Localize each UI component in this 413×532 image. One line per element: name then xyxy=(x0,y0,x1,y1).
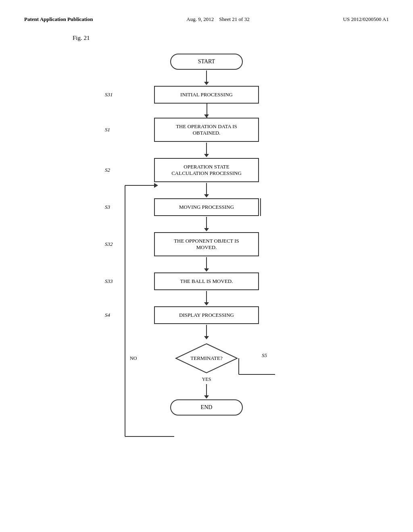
s4-label: S4 xyxy=(105,312,110,318)
s3-label: S3 xyxy=(105,204,110,210)
header-patent-number: US 2012/0200500 A1 xyxy=(343,16,389,23)
arrow-s33-to-s4 xyxy=(204,290,209,306)
arrow-s32-to-s33 xyxy=(204,256,209,272)
no-label: NO xyxy=(130,355,137,362)
s1-row: S1 THE OPERATION DATA IS OBTAINED. xyxy=(24,118,389,142)
figure-label: Fig. 21 xyxy=(73,35,389,42)
yes-path: YES xyxy=(202,376,211,399)
s33-row: S33 THE BALL IS MOVED. xyxy=(24,272,389,290)
start-node: START xyxy=(170,54,243,70)
arrow-s5-yes-to-end xyxy=(204,383,209,399)
s5-label: S5 xyxy=(262,352,267,359)
s1-label: S1 xyxy=(105,127,110,133)
s33-box: THE BALL IS MOVED. xyxy=(154,272,259,290)
s31-label: S31 xyxy=(105,91,113,98)
s3-row: S3 MOVING PROCESSING xyxy=(24,198,389,216)
arrow-s1-to-s2 xyxy=(204,142,209,158)
arrow-s2-to-s3 xyxy=(204,182,209,198)
start-node-row: START xyxy=(24,54,389,70)
header-publication: Patent Application Publication xyxy=(24,16,93,23)
arrow-start-to-s31 xyxy=(204,70,209,86)
s32-label: S32 xyxy=(105,241,113,247)
end-node: END xyxy=(170,399,243,416)
arrow-s3-to-s32 xyxy=(204,216,209,232)
s1-box: THE OPERATION DATA IS OBTAINED. xyxy=(154,118,259,142)
s5-diamond-area: S5 NO TERMINATE? xyxy=(106,340,307,376)
page-header: Patent Application Publication Aug. 9, 2… xyxy=(24,16,389,23)
page: Patent Application Publication Aug. 9, 2… xyxy=(0,0,413,532)
header-sheet: Sheet 21 of 32 xyxy=(219,16,249,22)
s32-box: THE OPPONENT OBJECT IS MOVED. xyxy=(154,232,259,256)
header-date-sheet: Aug. 9, 2012 Sheet 21 of 32 xyxy=(186,16,249,23)
yes-label: YES xyxy=(202,376,211,382)
arrow-s4-to-s5 xyxy=(204,324,209,340)
s33-label: S33 xyxy=(105,278,113,285)
s2-row: S2 OPERATION STATE CALCULATION PROCESSIN… xyxy=(24,158,389,182)
s31-box: INITIAL PROCESSING xyxy=(154,86,259,104)
arrow-s31-to-s1 xyxy=(154,104,259,118)
s32-row: S32 THE OPPONENT OBJECT IS MOVED. xyxy=(24,232,389,256)
s2-box: OPERATION STATE CALCULATION PROCESSING xyxy=(154,158,259,182)
s31-row: S31 INITIAL PROCESSING xyxy=(24,86,389,104)
end-node-row: END xyxy=(24,399,389,416)
s3-box: MOVING PROCESSING xyxy=(154,198,259,216)
s4-box: DISPLAY PROCESSING xyxy=(154,306,259,324)
no-path-lines xyxy=(206,358,408,395)
s2-label: S2 xyxy=(105,167,110,173)
header-date: Aug. 9, 2012 xyxy=(186,16,214,22)
s4-row: S4 DISPLAY PROCESSING xyxy=(24,306,389,324)
flowchart: START S31 INITIAL PROCESSING S1 THE OPER… xyxy=(24,54,389,416)
